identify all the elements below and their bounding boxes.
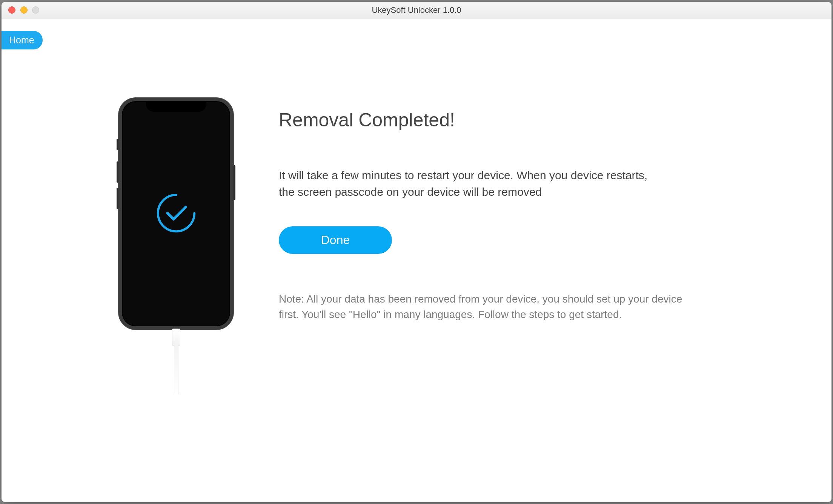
minimize-window-button[interactable] (20, 6, 28, 14)
done-button[interactable]: Done (279, 226, 392, 254)
checkmark-icon (154, 191, 198, 236)
traffic-lights (2, 6, 39, 14)
device-illustration (118, 98, 234, 330)
window-title: UkeySoft Unlocker 1.0.0 (2, 5, 831, 15)
text-column: Removal Completed! It will take a few mi… (279, 98, 779, 322)
phone-side-button (117, 161, 118, 183)
page-title: Removal Completed! (279, 109, 779, 131)
content-area: Home (2, 18, 831, 502)
phone-side-button (117, 188, 118, 209)
home-button[interactable]: Home (2, 31, 43, 49)
note-text: Note: All your data has been removed fro… (279, 292, 694, 322)
titlebar[interactable]: UkeySoft Unlocker 1.0.0 (2, 2, 831, 18)
description-text: It will take a few minutes to restart yo… (279, 167, 649, 200)
app-window: UkeySoft Unlocker 1.0.0 Home (2, 2, 831, 502)
lightning-cable-icon (170, 329, 183, 393)
phone-notch (146, 101, 206, 112)
maximize-window-button (32, 6, 39, 14)
main-row: Removal Completed! It will take a few mi… (118, 98, 779, 330)
phone-side-button (117, 139, 118, 150)
phone-frame (118, 98, 234, 330)
phone-side-button (234, 165, 235, 200)
close-window-button[interactable] (8, 6, 15, 14)
